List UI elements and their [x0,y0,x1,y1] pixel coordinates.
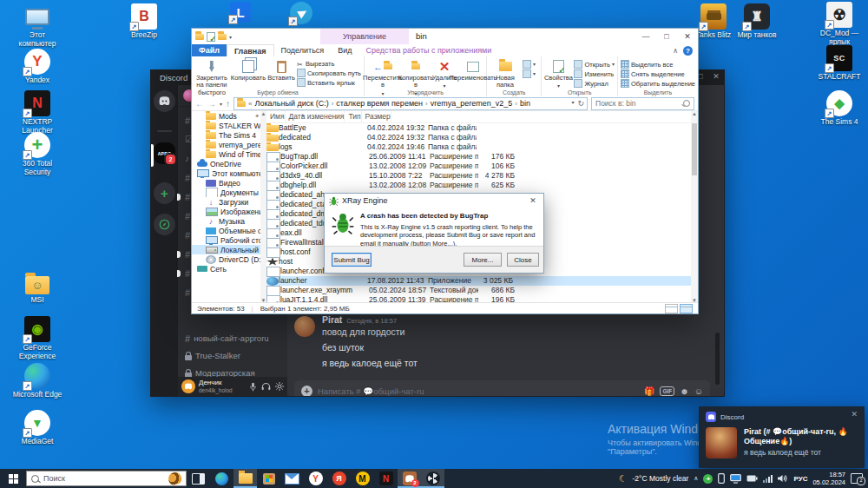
forward-button[interactable]: → [207,99,216,109]
desktop-icon[interactable]: DC_Mod — ярлык [814,2,865,47]
nav-item[interactable]: DriverCD (D:) [192,254,266,264]
invert-selection-button[interactable]: Обратить выделение [621,79,695,88]
recent-locations-caret[interactable]: ▾ [220,101,222,107]
taskbar-edge-button[interactable] [210,469,233,488]
ribbon-tab[interactable]: Файл [192,44,227,56]
desktop-icon[interactable]: MediaGet [12,410,62,446]
collapse-ribbon-icon[interactable]: ∧ [673,47,678,55]
tray-phone-icon[interactable] [718,473,725,484]
refresh-icon[interactable]: ↻ [577,99,584,108]
details-view-button[interactable] [665,304,678,313]
nav-item[interactable]: Сеть [192,264,266,274]
nav-item[interactable]: The Sims 4 [192,130,266,140]
headphones-icon[interactable] [261,382,271,391]
scrollbar-thumb[interactable] [692,123,697,175]
paste-shortcut-button[interactable]: Вставить ярлык [297,78,361,87]
open-button[interactable]: Открыть▾ [574,60,614,69]
attach-button[interactable]: + [301,386,312,397]
nav-scrollbar[interactable]: ▲ ▼ [260,111,266,303]
column-header[interactable]: Имя▴ [266,111,286,122]
scroll-up-icon[interactable]: ▲ [691,111,698,116]
column-header[interactable]: Тип [345,111,361,122]
desktop-icon[interactable]: Этот компьютер [12,3,62,49]
taskbar-nextrp-button[interactable]: N [374,469,398,488]
nav-item[interactable]: Видео [192,178,266,188]
file-row[interactable]: d3dx9_40.dll 15.10.2008 7:22 Расширение … [266,171,698,181]
desktop-icon[interactable]: Yandex [12,49,62,85]
message-avatar[interactable] [294,316,315,337]
start-button[interactable] [0,469,26,488]
nav-item[interactable]: Этот компьютер [192,168,266,178]
close-button[interactable]: Close [507,253,539,267]
desktop-icon[interactable]: The Sims 4 [814,90,865,127]
cut-button[interactable]: Вырезать [297,60,361,68]
hidden-icons-chevron[interactable]: ∧ [694,475,698,482]
nav-item[interactable]: vremya_pereme [192,140,266,149]
select-all-button[interactable]: Выделить все [621,60,695,69]
tray-volume-icon[interactable] [778,474,788,483]
taskbar-yandex-button[interactable]: Я [327,469,351,488]
ribbon-tab[interactable]: Средства работы с приложениями [359,44,499,56]
server-icon-apro[interactable]: APRO 2 [154,142,175,164]
taskbar-explorer-button[interactable] [233,469,257,488]
chat-scrollbar[interactable] [715,333,720,385]
explorer-maximize-button[interactable]: □ [656,29,677,44]
new-item-icon[interactable] [523,69,531,78]
tray-network-icon[interactable] [763,475,773,483]
weather-text[interactable]: -2°C Mostly clear [633,474,689,483]
select-none-button[interactable]: Снять выделение [621,69,695,78]
clock[interactable]: 18:57 05.02.2024 [812,471,845,487]
scroll-up-icon[interactable]: ▲ [260,111,266,116]
search-input[interactable]: Поиск в: bin [591,97,694,110]
taskbar-game-center-button[interactable]: M [351,469,374,488]
copy-button[interactable]: Копировать [231,58,266,82]
breadcrumb[interactable]: сталкер время перемен› [336,99,427,108]
breadcrumb[interactable]: bin› [520,99,530,108]
dialog-titlebar[interactable]: XRay Engine ✕ [325,194,543,208]
dialog-close-icon[interactable]: ✕ [527,196,539,205]
settings-gear-icon[interactable] [275,382,284,391]
file-row[interactable]: dbghelp.dll 13.02.2008 12:08 Расширение … [266,181,698,190]
toast-close-icon[interactable]: ✕ [851,410,858,419]
copy-path-button[interactable]: Скопировать путь [297,69,361,77]
language-indicator[interactable]: РУС [793,475,807,483]
rename-button[interactable]: Переименовать [457,58,489,82]
paste-button[interactable]: Вставить [267,58,295,82]
gift-icon[interactable]: 🎁 [644,386,654,396]
easy-access-icon[interactable] [523,60,531,69]
desktop-icon[interactable]: STALCRAFT [814,45,865,82]
desktop-icon[interactable] [276,2,326,26]
nav-item[interactable]: Музыка [192,216,266,226]
new-folder-button[interactable]: Новая папка [490,58,521,89]
file-row[interactable]: BattlEye 04.02.2024 19:32 Папка с файлам… [266,123,698,133]
desktop-icon[interactable]: Мир танков [732,3,782,40]
discord-notification-toast[interactable]: Discord ✕ Pirat (# 💬общий-чат-ru, 🔥Общен… [699,406,865,468]
taskbar-search-input[interactable]: Поиск [26,471,187,486]
message-input[interactable]: + Написать # 💬общий-чат-ru 🎁 GIF ☻ ☺ [294,380,710,397]
management-ribbon-tab[interactable]: Управление [320,29,409,44]
nav-item[interactable]: Документы [192,188,266,197]
file-row[interactable]: dedicated 04.02.2024 19:32 Папка с файла… [266,133,698,142]
properties-quick-icon[interactable] [207,32,215,42]
nav-item[interactable]: Рабочий стол [192,235,266,245]
taskbar-discord-button[interactable]: 2 [398,469,421,488]
explorer-close-button[interactable]: ✕ [677,29,698,44]
nav-item[interactable]: Wind of Time Pa [192,149,266,159]
tray-battery-icon[interactable] [746,475,758,482]
nav-item[interactable]: Локальный дис [192,245,266,254]
mic-icon[interactable] [249,382,257,392]
file-row[interactable]: logs 04.02.2024 19:46 Папка с файлами [266,142,698,152]
discord-home-button[interactable] [154,90,175,112]
nav-item[interactable]: OneDrive [192,159,266,168]
action-center-icon[interactable]: 2 [851,473,863,484]
discord-close-button[interactable]: ✕ [708,70,724,85]
back-button[interactable]: ← [195,99,204,109]
taskbar-stalker-button[interactable] [421,469,444,488]
explorer-titlebar[interactable]: ▾ [192,29,698,44]
tray-display-icon[interactable] [730,474,741,484]
nav-item[interactable]: Объемные объ [192,226,266,235]
desktop-icon[interactable] [215,2,266,24]
desktop-icon[interactable]: MSI [12,271,62,305]
submit-bug-button[interactable]: Submit Bug [332,253,372,267]
desktop-icon[interactable]: Microsoft Edge [12,363,62,399]
